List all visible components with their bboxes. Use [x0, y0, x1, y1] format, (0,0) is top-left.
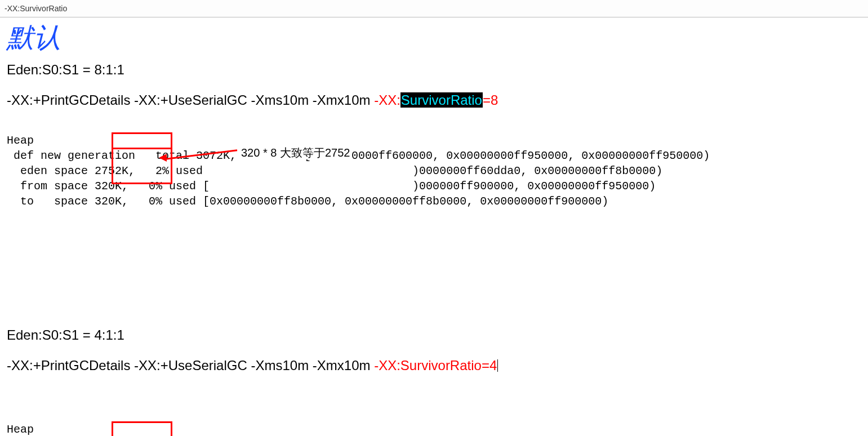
window-title: -XX:SurvivorRatio	[0, 0, 868, 17]
document-body: 默认 Eden:S0:S1 = 8:1:1 -XX:+PrintGCDetail…	[0, 20, 868, 436]
cmd-plain-2: -XX:+PrintGCDetails -XX:+UseSerialGC -Xm…	[7, 358, 374, 373]
cmd-red-2: -XX:SurvivorRatio=4	[374, 358, 497, 373]
heap1-l2: eden space 2752K, 2% used )0000000ff60dd…	[7, 164, 662, 177]
highlight-box-eden-2	[112, 421, 172, 436]
cmd-red-prefix-1: -XX:	[374, 92, 400, 108]
text-cursor	[497, 359, 498, 372]
heap1-l4: to space 320K, 0% used [0x00000000ff8b00…	[7, 195, 608, 208]
cmd-plain-1: -XX:+PrintGCDetails -XX:+UseSerialGC -Xm…	[7, 92, 374, 108]
ratio-line-1: Eden:S0:S1 = 8:1:1	[7, 61, 861, 78]
heap-block-2: Heap def new generation total 2880K, use…	[7, 407, 861, 436]
cmd-line-2: -XX:+PrintGCDetails -XX:+UseSerialGC -Xm…	[7, 357, 861, 374]
annotation-text: 320 * 8 大致等于2752	[239, 146, 352, 159]
ratio-line-2: Eden:S0:S1 = 4:1:1	[7, 327, 861, 344]
highlight-box-eden-1	[112, 132, 172, 149]
heading-default: 默认	[7, 20, 861, 56]
cmd-red-suffix-1: =8	[483, 92, 498, 108]
heap1-l3: from space 320K, 0% used [ )000000ff9000…	[7, 180, 656, 193]
cmd-line-1: -XX:+PrintGCDetails -XX:+UseSerialGC -Xm…	[7, 92, 861, 109]
heap1-l0: Heap	[7, 134, 34, 147]
cmd-highlight-1[interactable]: SurvivorRatio	[400, 92, 483, 108]
heap2-l0: Heap	[7, 423, 34, 436]
highlight-box-survivor-1	[112, 149, 172, 184]
heap-block-1: Heap def new generation total 3072K, use…	[7, 118, 861, 285]
